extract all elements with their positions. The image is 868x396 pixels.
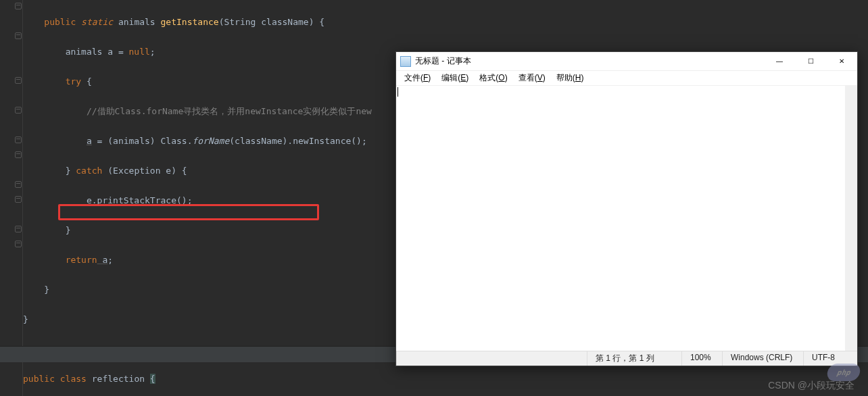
csdn-watermark: CSDN @小段玩安全 (768, 380, 854, 392)
notepad-icon (400, 56, 411, 67)
notepad-title: 无标题 - 记事本 (415, 55, 471, 67)
kw-static: static (81, 17, 113, 27)
text-cursor (397, 87, 398, 97)
menu-file[interactable]: 文件(F) (400, 72, 435, 84)
semi: ; (107, 255, 113, 265)
status-zoom: 100% (681, 351, 722, 366)
menu-view[interactable]: 查看(V) (514, 72, 550, 84)
brace: } (23, 314, 28, 324)
method-forName: forName (192, 136, 229, 146)
fold-marker[interactable] (15, 3, 22, 9)
menu-format[interactable]: 格式(O) (475, 72, 511, 84)
fold-marker[interactable] (15, 32, 22, 39)
code-text: (Exception e) { (102, 166, 187, 176)
params: (String className) { (219, 17, 325, 27)
comment: //借助Class.forName寻找类名，并用newInstance实例化类似… (87, 106, 372, 116)
var-a: a (87, 136, 92, 146)
var-a: a (97, 255, 108, 265)
scrollbar-down-button[interactable]: ▾ (845, 339, 857, 351)
maximize-button[interactable]: ☐ (795, 52, 826, 71)
fold-marker[interactable] (15, 77, 22, 84)
code-text: animals a = (66, 47, 129, 57)
brace: } (44, 284, 49, 295)
kw-class: class (55, 374, 92, 384)
return-type: animals (118, 17, 155, 27)
menu-edit[interactable]: 编辑(E) (437, 72, 473, 84)
status-cursor-pos: 第 1 行，第 1 列 (587, 351, 681, 366)
kw-public: public (44, 17, 76, 27)
fold-marker[interactable] (15, 241, 22, 247)
kw-return: return (66, 255, 97, 265)
method-name: getInstance (161, 17, 219, 27)
brace: { (81, 76, 92, 86)
code-text: (className).newInstance(); (229, 136, 367, 146)
scrollbar-thumb[interactable] (845, 86, 857, 106)
code-text: = (animals) Class. (92, 136, 193, 146)
editor-gutter (0, 0, 23, 396)
fold-marker[interactable] (15, 196, 22, 203)
brace: } (66, 166, 76, 176)
semi: ; (150, 47, 155, 57)
highlight-box (58, 204, 319, 220)
notepad-menubar[interactable]: 文件(F) 编辑(E) 格式(O) 查看(V) 帮助(H) (396, 71, 857, 86)
fold-marker[interactable] (15, 226, 22, 232)
kw-public: public (23, 374, 55, 384)
notepad-statusbar: 第 1 行，第 1 列 100% Windows (CRLF) UTF-8 (396, 351, 857, 366)
brace: } (66, 225, 71, 235)
kw-catch: catch (76, 166, 102, 176)
brace: { (150, 374, 155, 384)
menu-help[interactable]: 帮助(H) (552, 72, 588, 84)
minimize-button[interactable]: — (764, 52, 795, 71)
close-button[interactable]: ✕ (826, 52, 857, 71)
status-eol: Windows (CRLF) (722, 351, 803, 366)
fold-marker[interactable] (15, 151, 22, 158)
fold-marker[interactable] (15, 181, 22, 188)
kw-try: try (66, 76, 81, 86)
php-watermark-icon: php (826, 364, 862, 381)
kw-null: null (129, 47, 150, 57)
fold-marker[interactable] (15, 107, 22, 114)
fold-marker[interactable] (15, 137, 22, 143)
notepad-textarea[interactable]: ▾ (396, 86, 857, 351)
notepad-titlebar[interactable]: 无标题 - 记事本 — ☐ ✕ (396, 52, 857, 71)
class-name: reflection (92, 374, 150, 384)
notepad-window[interactable]: 无标题 - 记事本 — ☐ ✕ 文件(F) 编辑(E) 格式(O) 查看(V) … (395, 51, 858, 366)
